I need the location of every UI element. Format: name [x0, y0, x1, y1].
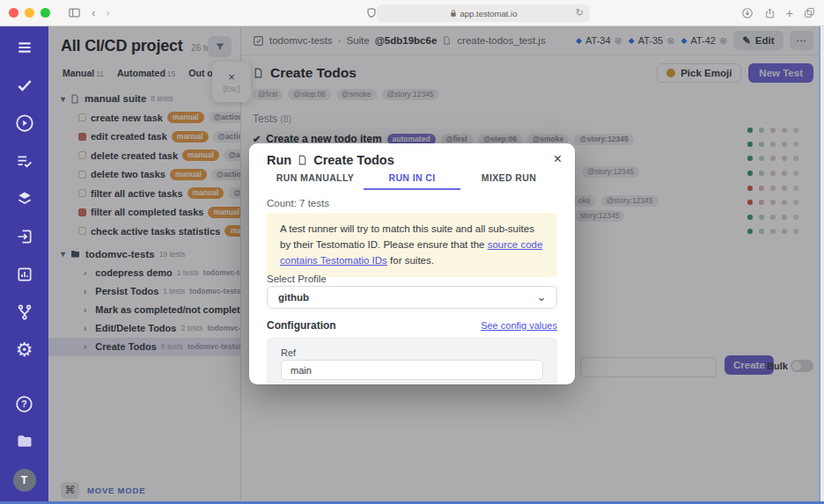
tab-run-manually[interactable]: RUN MANUALLY — [267, 172, 364, 190]
app-sidebar: ⚙ ? T — [0, 26, 48, 504]
info-banner: A test runner will try to match this sui… — [267, 213, 557, 277]
doc-icon — [297, 154, 308, 166]
profile-value: github — [278, 292, 309, 303]
sidebar-toggle-icon[interactable] — [68, 6, 81, 19]
help-icon[interactable]: ? — [14, 393, 35, 414]
ref-value: main — [291, 365, 312, 376]
branches-icon[interactable] — [14, 302, 35, 323]
modal-tabs: RUN MANUALLY RUN IN CI MIXED RUN — [267, 172, 557, 190]
url-text: app.testomat.io — [460, 9, 518, 18]
tests-icon[interactable] — [14, 75, 35, 96]
runs-icon[interactable] — [14, 113, 35, 134]
ref-input[interactable]: main — [281, 360, 543, 380]
projects-folder-icon[interactable] — [14, 431, 35, 452]
chevron-down-icon: ⌄ — [537, 291, 546, 303]
back-button[interactable]: ‹ — [92, 6, 95, 19]
configuration-box: Ref main — [267, 337, 557, 384]
share-icon[interactable] — [764, 7, 776, 19]
forward-button[interactable]: › — [106, 6, 109, 19]
layers-icon[interactable] — [14, 188, 35, 209]
minimize-window-button[interactable] — [25, 8, 34, 18]
url-bar[interactable]: app.testomat.io ↻ — [377, 4, 590, 22]
close-window-button[interactable] — [9, 8, 18, 18]
profile-select[interactable]: github ⌄ — [267, 286, 557, 309]
tabs-overview-icon[interactable] — [804, 7, 815, 18]
refresh-icon[interactable]: ↻ — [576, 7, 584, 18]
new-tab-icon[interactable]: + — [786, 6, 793, 20]
configuration-label: Configuration — [267, 319, 336, 332]
ref-label: Ref — [281, 347, 296, 358]
traffic-lights — [9, 8, 50, 18]
avatar[interactable]: T — [13, 469, 36, 492]
see-config-values-link[interactable]: See config values — [481, 320, 557, 331]
run-suite-modal: Run Create Todos × RUN MANUALLY RUN IN C… — [249, 143, 575, 384]
select-profile-label: Select Profile — [267, 274, 327, 284]
maximize-window-button[interactable] — [40, 8, 50, 18]
test-plans-icon[interactable] — [14, 150, 35, 172]
shield-icon[interactable] — [366, 7, 377, 18]
analytics-icon[interactable] — [14, 264, 35, 285]
tests-count: Count: 7 tests — [267, 198, 329, 208]
settings-gear-icon[interactable]: ⚙ — [14, 340, 35, 361]
modal-title: Run Create Todos — [267, 153, 394, 167]
browser-chrome: ‹ › app.testomat.io ↻ + — [0, 0, 824, 26]
downloads-icon[interactable] — [741, 7, 754, 19]
lock-icon — [450, 9, 457, 18]
close-modal-icon[interactable]: × — [554, 151, 562, 167]
import-icon[interactable] — [14, 226, 35, 247]
tab-run-in-ci[interactable]: RUN IN CI — [364, 172, 460, 190]
tab-mixed-run[interactable]: MIXED RUN — [460, 172, 557, 190]
app-window: ‹ › app.testomat.io ↻ + — [0, 0, 824, 504]
scrollbar-track[interactable] — [819, 26, 824, 504]
menu-icon[interactable] — [14, 37, 35, 58]
svg-text:?: ? — [21, 398, 26, 409]
